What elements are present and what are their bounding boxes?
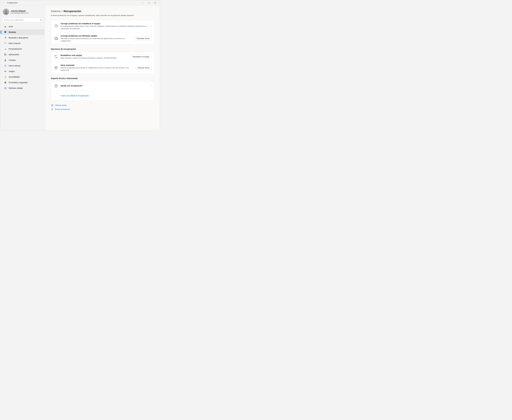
support-section: Ayuda con recuperación ⌃ Crear una unida…: [51, 81, 155, 101]
sidebar-item-hora-label: Hora e idioma: [9, 65, 20, 67]
red-icon: [4, 42, 7, 45]
sidebar-item-aplicaciones[interactable]: Aplicaciones: [1, 52, 44, 57]
sidebar-item-cuentas-label: Cuentas: [9, 59, 15, 61]
chevron-right-icon: ›: [151, 25, 152, 27]
user-email: juanmatek@outlook.com: [11, 12, 28, 14]
breadcrumb-separator: >: [61, 10, 63, 13]
content-area: Juanma Delgado juanmatek@outlook.com 🔍 I…: [0, 6, 160, 130]
sidebar-item-bluetooth[interactable]: Bluetooth y dispositivos: [1, 35, 44, 40]
fix-windows-update-item: Corregir problemas con Windows Update Re…: [51, 32, 154, 45]
settings-window: ← Configuración ─ □ ✕ Juanma Delgado jua…: [0, 0, 160, 131]
close-button[interactable]: ✕: [152, 1, 158, 5]
titlebar: ← Configuración ─ □ ✕: [0, 0, 160, 6]
sidebar-item-accesibilidad[interactable]: Accesibilidad: [1, 74, 44, 80]
reset-pc-item: Restablecer este equipo Elige conservar …: [51, 52, 154, 62]
window-title: Configuración: [7, 2, 138, 4]
advanced-start-text: Inicio avanzado Reinicia el dispositivo …: [60, 64, 134, 71]
sidebar-item-personalizacion[interactable]: Personalización: [1, 46, 44, 52]
ayuda-recuperacion-title: Ayuda con recuperación: [60, 85, 148, 87]
obtener-ayuda-icon: [51, 104, 54, 107]
svg-rect-12: [4, 71, 6, 72]
svg-point-14: [6, 71, 6, 72]
restart-now-button[interactable]: Reiniciar ahora: [136, 66, 152, 70]
chevron-up-icon: ⌃: [150, 85, 152, 87]
fix-without-reset-title: Corregir problemas sin restablecer el eq…: [60, 22, 149, 25]
ayuda-recuperacion-text: Ayuda con recuperación: [60, 85, 148, 87]
avatar: [3, 9, 9, 15]
main-content: Sistema > Recuperación Si tienes problem…: [45, 6, 160, 130]
search-box: 🔍: [2, 18, 43, 22]
reset-pc-button[interactable]: Restablecer el equipo: [130, 55, 152, 59]
quick-fix-section: Corregir problemas sin restablecer el eq…: [51, 20, 155, 45]
fix-windows-update-text: Corregir problemas con Windows Update Re…: [60, 35, 132, 42]
ayuda-recuperacion-item[interactable]: Ayuda con recuperación ⌃: [51, 81, 154, 91]
svg-point-10: [5, 60, 6, 61]
recovery-section-header: Opciones de recuperación: [51, 48, 155, 50]
sidebar-item-windows-update[interactable]: Windows Update: [1, 85, 44, 91]
svg-point-1: [4, 12, 8, 14]
sidebar-item-bluetooth-label: Bluetooth y dispositivos: [9, 37, 28, 39]
sidebar-item-privacidad-label: Privacidad y seguridad: [9, 82, 28, 83]
svg-point-22: [52, 106, 53, 106]
restart-now-action: Reiniciar ahora: [136, 66, 152, 70]
fix-without-reset-item[interactable]: Corregir problemas sin restablecer el eq…: [51, 20, 154, 32]
sidebar-item-aplicaciones-label: Aplicaciones: [9, 53, 19, 56]
svg-rect-3: [4, 31, 6, 33]
fix-without-reset-action: ›: [151, 25, 152, 28]
sidebar-item-inicio[interactable]: Inicio: [1, 24, 44, 29]
reinstall-now-action: Reinstalar ahora: [135, 36, 152, 40]
search-input[interactable]: [2, 18, 43, 22]
sidebar-item-red-label: Red e Internet: [9, 42, 21, 44]
reset-pc-title: Restablecer este equipo: [60, 54, 128, 56]
svg-point-13: [6, 71, 6, 71]
sidebar-item-juegos-label: Juegos: [9, 70, 15, 72]
svg-point-9: [5, 59, 6, 60]
footer-links: Obtener ayuda Enviar comentarios: [51, 104, 155, 111]
ayuda-expand-action: ⌃: [150, 85, 152, 87]
svg-rect-6: [6, 53, 6, 54]
ayuda-icon: [54, 83, 58, 88]
page-description: Si tienes problemas con el equipo o quie…: [51, 14, 155, 17]
advanced-start-desc: Reinicia el dispositivo para cambiar la …: [60, 67, 134, 71]
sidebar: Juanma Delgado juanmatek@outlook.com 🔍 I…: [0, 6, 45, 130]
crear-unidad-item[interactable]: Crear una unidad de recuperación: [51, 91, 154, 100]
privacidad-icon: [4, 81, 7, 84]
svg-rect-7: [4, 55, 5, 55]
minimize-button[interactable]: ─: [139, 1, 145, 5]
breadcrumb-parent: Sistema: [51, 10, 60, 13]
sidebar-item-cuentas[interactable]: Cuentas: [1, 57, 44, 63]
sidebar-item-sistema-label: Sistema: [9, 31, 16, 33]
reinstall-now-button[interactable]: Reinstalar ahora: [135, 36, 152, 40]
sidebar-item-inicio-label: Inicio: [9, 25, 13, 28]
enviar-comentarios-icon: [51, 108, 54, 111]
sidebar-nav: Inicio Sistema Bluetooth y dispositivos: [0, 24, 45, 91]
sidebar-item-sistema[interactable]: Sistema: [1, 29, 44, 35]
window-controls: ─ □ ✕: [139, 1, 158, 5]
fix-icon: [54, 24, 58, 29]
svg-point-0: [5, 10, 7, 12]
accesibilidad-icon: [4, 75, 7, 78]
advanced-start-title: Inicio avanzado: [60, 64, 134, 66]
back-button[interactable]: ←: [2, 1, 6, 5]
crear-unidad-link[interactable]: Crear una unidad de recuperación: [60, 95, 89, 97]
maximize-button[interactable]: □: [146, 1, 152, 5]
sidebar-item-accesibilidad-label: Accesibilidad: [9, 76, 20, 78]
support-section-header: Soporte técnico relacionado: [51, 77, 155, 79]
cuentas-icon: [4, 59, 7, 62]
sidebar-item-juegos[interactable]: Juegos: [1, 68, 44, 74]
sidebar-item-hora[interactable]: Hora e idioma: [1, 63, 44, 68]
fix-windows-update-desc: Reinstalar la versión actual de Windows …: [60, 37, 132, 42]
advanced-start-item: Inicio avanzado Reinicia el dispositivo …: [51, 62, 154, 74]
crear-unidad-icon: [54, 93, 58, 98]
reset-pc-icon: [54, 54, 58, 59]
sidebar-item-red[interactable]: Red e Internet: [1, 40, 44, 46]
obtener-ayuda-link[interactable]: Obtener ayuda: [51, 104, 155, 107]
fix-without-reset-desc: El restablecimiento puede tardar un rato…: [60, 25, 149, 30]
fix-windows-update-title: Corregir problemas con Windows Update: [60, 35, 132, 37]
sidebar-item-privacidad[interactable]: Privacidad y seguridad: [1, 80, 44, 85]
fix-windows-update-icon: [54, 36, 58, 41]
enviar-comentarios-link[interactable]: Enviar comentarios: [51, 108, 155, 111]
obtener-ayuda-label: Obtener ayuda: [55, 104, 67, 106]
windows-update-icon: [4, 87, 7, 90]
user-name: Juanma Delgado: [11, 10, 28, 12]
